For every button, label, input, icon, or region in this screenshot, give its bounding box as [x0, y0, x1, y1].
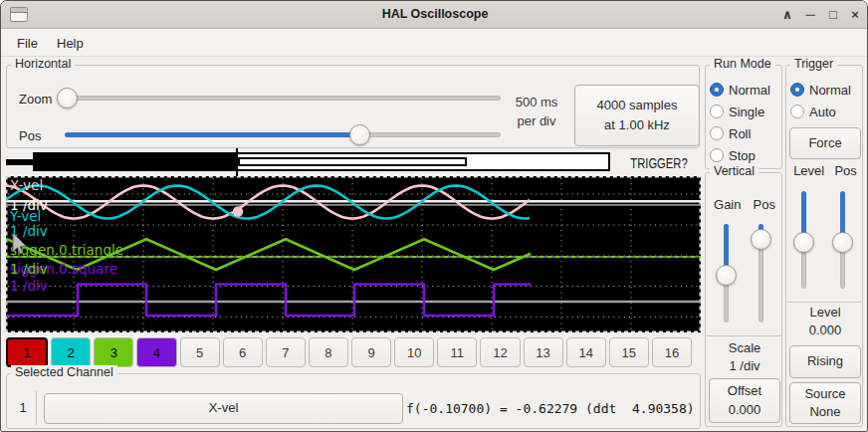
- run-mode-option-label: Stop: [729, 148, 756, 163]
- selected-channel-number: 1: [13, 400, 33, 415]
- run-mode-option-normal[interactable]: Normal: [710, 83, 770, 97]
- trigger-options: NormalAuto: [790, 83, 851, 126]
- trigger-pos-label: Pos: [834, 163, 856, 178]
- trigger-mode-option-normal[interactable]: Normal: [790, 83, 851, 97]
- channel-button-6[interactable]: 6: [223, 337, 263, 367]
- channel-formula-readout: f(-0.10700) = -0.62279 (ddt 4.90358): [406, 401, 695, 416]
- channel-button-10[interactable]: 10: [394, 337, 434, 367]
- vertical-gain-slider-handle[interactable]: [716, 265, 737, 286]
- trigger-point-marker: [233, 206, 243, 216]
- run-mode-option-label: Single: [729, 105, 764, 119]
- channel-source-button[interactable]: X-vel: [44, 393, 403, 424]
- app-window: HAL Oscilloscope ∧─□× FileHelp Horizonta…: [0, 0, 868, 432]
- trigger-mode-option-label: Normal: [809, 83, 851, 98]
- force-button[interactable]: Force: [789, 127, 861, 159]
- channel-button-13[interactable]: 13: [524, 337, 563, 367]
- channel-button-row: 12345678910111213141516: [6, 337, 692, 367]
- channel-button-3[interactable]: 3: [94, 337, 133, 367]
- window-title: HAL Oscilloscope: [1, 7, 868, 21]
- trigger-mode-option-label: Auto: [809, 105, 836, 119]
- trigger-level-label: Level: [793, 163, 824, 178]
- zoom-slider-handle[interactable]: [57, 88, 78, 108]
- trigger-group: Trigger NormalAuto Force Level Pos Level…: [785, 65, 863, 427]
- vertical-scale-value: 1 /div: [706, 358, 783, 373]
- menu-bar: FileHelp: [1, 29, 868, 57]
- selected-channel-group-label: Selected Channel: [11, 365, 117, 379]
- channel-button-15[interactable]: 15: [609, 337, 649, 367]
- radio-icon[interactable]: [710, 148, 724, 162]
- radio-icon[interactable]: [710, 126, 724, 140]
- trigger-pos-slider-handle[interactable]: [832, 232, 853, 253]
- close-button[interactable]: ×: [845, 5, 865, 25]
- menu-help[interactable]: Help: [51, 34, 90, 53]
- vertical-scale-caption: Scale: [706, 340, 783, 355]
- radio-icon[interactable]: [790, 83, 804, 97]
- channel-button-4[interactable]: 4: [136, 337, 176, 367]
- pos-label: Pos: [19, 128, 41, 143]
- trigger-separator: [787, 302, 863, 303]
- shade-button[interactable]: ∧: [777, 5, 797, 25]
- trigger-level-slider-handle[interactable]: [793, 232, 814, 253]
- run-mode-option-label: Normal: [729, 83, 770, 98]
- run-mode-option-roll[interactable]: Roll: [710, 126, 770, 140]
- radio-icon[interactable]: [710, 105, 724, 118]
- channel-button-11[interactable]: 11: [437, 337, 477, 367]
- trigger-source-button[interactable]: Source None: [789, 382, 861, 424]
- record-bar-fill: [35, 154, 236, 169]
- vertical-slider-labels: Gain Pos: [708, 197, 781, 212]
- vertical-pos-label: Pos: [754, 197, 775, 212]
- scope-channel-label: 1 /div: [10, 278, 48, 294]
- trigger-edge-button[interactable]: Rising: [789, 345, 861, 378]
- record-bar-lead: [6, 159, 33, 165]
- menu-file[interactable]: File: [11, 34, 44, 53]
- radio-icon[interactable]: [790, 105, 804, 118]
- horizontal-group-label: Horizontal: [11, 57, 75, 71]
- run-mode-option-stop[interactable]: Stop: [710, 148, 770, 162]
- maximize-button[interactable]: □: [823, 5, 843, 25]
- selected-channel-separator: [36, 391, 37, 425]
- trigger-mode-option-auto[interactable]: Auto: [790, 105, 851, 118]
- vertical-gain-label: Gain: [714, 197, 741, 212]
- rate-label: 500 ms per div: [505, 95, 568, 128]
- channel-button-12[interactable]: 12: [480, 337, 520, 367]
- trigger-question-label: TRIGGER?: [625, 155, 694, 171]
- run-mode-options: NormalSingleRollStop: [710, 83, 770, 170]
- zoom-label: Zoom: [19, 92, 52, 107]
- scope-channel-label: 1 /div: [10, 261, 48, 277]
- channel-button-7[interactable]: 7: [266, 337, 306, 367]
- trigger-group-label: Trigger: [790, 57, 837, 71]
- vertical-separator: [707, 335, 782, 336]
- scope-channel-label: siggen.0.triangle: [10, 242, 123, 258]
- channel-button-16[interactable]: 16: [652, 337, 692, 367]
- scope-display: X-vel1 /divY-vel1 /divsiggen.0.triangles…: [6, 176, 701, 332]
- channel-button-2[interactable]: 2: [51, 337, 91, 367]
- scope-channel-label: Y-vel: [9, 208, 41, 224]
- run-mode-group-label: Run Mode: [710, 57, 775, 71]
- radio-icon[interactable]: [710, 83, 724, 97]
- run-mode-option-single[interactable]: Single: [710, 105, 770, 118]
- display-window-bar: [238, 157, 467, 166]
- trigger-level-value: 0.000: [786, 323, 864, 337]
- scope-channel-label: X-vel: [10, 177, 43, 193]
- channel-button-9[interactable]: 9: [351, 337, 391, 367]
- run-mode-group: Run Mode NormalSingleRollStop: [705, 65, 782, 169]
- vertical-offset-button[interactable]: Offset 0.000: [709, 378, 780, 423]
- run-mode-option-label: Roll: [729, 126, 751, 141]
- vertical-pos-slider-handle[interactable]: [751, 229, 771, 250]
- pos-slider-fill: [65, 132, 360, 137]
- trigger-slider-labels: Level Pos: [788, 163, 862, 178]
- vertical-group-label: Vertical: [710, 164, 759, 178]
- title-bar: HAL Oscilloscope ∧─□×: [1, 1, 868, 29]
- channel-button-1[interactable]: 1: [6, 337, 48, 367]
- zoom-slider-track[interactable]: [65, 96, 501, 101]
- channel-button-8[interactable]: 8: [309, 337, 348, 367]
- minimize-button[interactable]: ─: [800, 5, 820, 25]
- channel-button-14[interactable]: 14: [566, 337, 606, 367]
- samples-button[interactable]: 4000 samples at 1.00 kHz: [574, 85, 700, 146]
- channel-button-5[interactable]: 5: [180, 337, 220, 367]
- vertical-group: Vertical Gain Pos Scale 1 /div Offset 0.…: [705, 172, 782, 427]
- trigger-level-caption: Level: [786, 305, 864, 320]
